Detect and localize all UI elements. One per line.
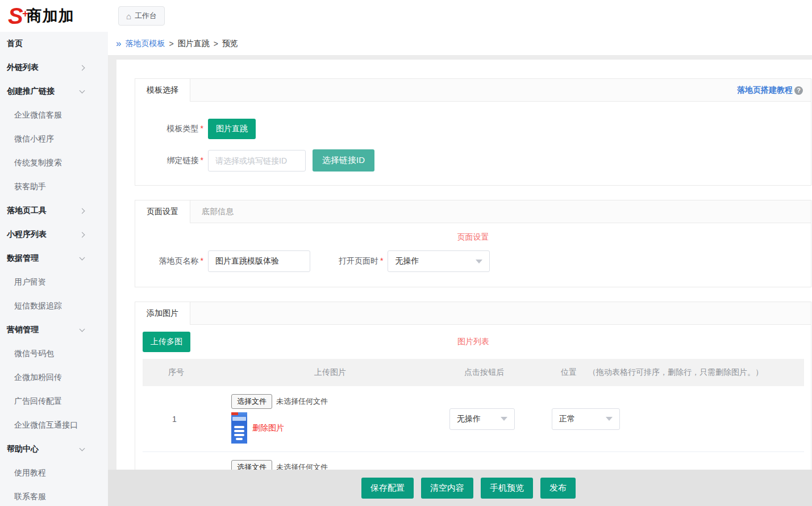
choose-file-button[interactable]: 选择文件 bbox=[231, 394, 272, 409]
mobile-preview-button[interactable]: 手机预览 bbox=[481, 478, 533, 499]
sidebar-item-label: 联系客服 bbox=[14, 492, 46, 502]
delete-image-link[interactable]: 删除图片 bbox=[252, 423, 284, 433]
sidebar-item-tutorial[interactable]: 使用教程 bbox=[0, 461, 108, 485]
tab-template-select[interactable]: 模板选择 bbox=[135, 79, 190, 102]
page-settings-section-title: 页面设置 bbox=[135, 232, 811, 242]
required-asterisk: * bbox=[201, 256, 203, 265]
landing-name-input[interactable] bbox=[208, 250, 310, 272]
page-settings-card: 页面设置 底部信息 页面设置 落地页名称* 打开页面时* 无操作 bbox=[135, 200, 811, 287]
top-bar: S+ 商加加 ⌂ 工作台 bbox=[0, 0, 812, 32]
template-type-button[interactable]: 图片直跳 bbox=[208, 119, 256, 139]
sidebar-item-wecom-fan-callback[interactable]: 企微加粉回传 bbox=[0, 366, 108, 390]
breadcrumb-root-link[interactable]: 落地页模板 bbox=[125, 39, 165, 49]
sidebar-item-marketing[interactable]: 营销管理 bbox=[0, 318, 108, 342]
logo-s-icon: S+ bbox=[8, 5, 23, 27]
sidebar-item-wecom-service[interactable]: 企业微信客服 bbox=[0, 103, 108, 127]
action-footer: 保存配置 清空内容 手机预览 发布 bbox=[108, 470, 812, 506]
chevron-right-icon bbox=[80, 208, 85, 214]
chevron-down-icon bbox=[80, 327, 85, 332]
file-status-text: 未选择任何文件 bbox=[276, 396, 328, 407]
choose-link-id-button[interactable]: 选择链接ID bbox=[313, 149, 374, 172]
sidebar-item-data-management[interactable]: 数据管理 bbox=[0, 246, 108, 270]
sidebar-item-external-links[interactable]: 外链列表 bbox=[0, 56, 108, 80]
col-header-position: 位置 （拖动表格行可排序，删除行，只需删除图片。） bbox=[546, 367, 804, 378]
tab-page-settings[interactable]: 页面设置 bbox=[135, 200, 190, 223]
open-page-label: 打开页面时* bbox=[339, 256, 383, 266]
caret-down-icon bbox=[606, 417, 613, 421]
sidebar-item-home[interactable]: 首页 bbox=[0, 32, 108, 56]
template-card-tabs: 模板选择 bbox=[135, 79, 811, 102]
sidebar-item-user-leads[interactable]: 用户留资 bbox=[0, 270, 108, 294]
sidebar-item-landing-tools[interactable]: 落地页工具 bbox=[0, 199, 108, 223]
image-list-title: 图片列表 bbox=[143, 337, 804, 347]
sidebar-item-copy-search[interactable]: 传统复制搜索 bbox=[0, 151, 108, 175]
sidebar-item-customer-assistant[interactable]: 获客助手 bbox=[0, 175, 108, 199]
sidebar-item-label: 营销管理 bbox=[7, 325, 39, 335]
image-table-header: 序号 上传图片 点击按钮后 位置 （拖动表格行可排序，删除行，只需删除图片。） bbox=[143, 359, 804, 386]
add-images-tabs: 添加图片 bbox=[135, 302, 811, 325]
save-config-button[interactable]: 保存配置 bbox=[361, 478, 414, 499]
sidebar-item-ad-callback-config[interactable]: 广告回传配置 bbox=[0, 390, 108, 413]
sidebar-item-label: 传统复制搜索 bbox=[14, 158, 62, 168]
sidebar-item-create-promo-link[interactable]: 创建推广链接 bbox=[0, 80, 108, 103]
workbench-button[interactable]: ⌂ 工作台 bbox=[118, 6, 165, 26]
sidebar-item-help-center[interactable]: 帮助中心 bbox=[0, 437, 108, 461]
chevron-right-icon bbox=[80, 65, 85, 70]
page-panel: 模板选择 落地页搭建教程 ? 模板类型* 图片直跳 bbox=[116, 60, 812, 506]
col-header-index: 序号 bbox=[143, 367, 216, 378]
open-page-select-value: 无操作 bbox=[395, 256, 419, 266]
sidebar-item-sms-tracking[interactable]: 短信数据追踪 bbox=[0, 294, 108, 318]
bind-link-input[interactable] bbox=[208, 150, 306, 172]
sidebar-item-miniprogram-list[interactable]: 小程序列表 bbox=[0, 223, 108, 246]
tab-footer-info[interactable]: 底部信息 bbox=[190, 200, 245, 223]
landing-name-label: 落地页名称* bbox=[135, 256, 203, 266]
breadcrumb-arrows-icon: » bbox=[116, 40, 121, 48]
breadcrumb: » 落地页模板 > 图片直跳 > 预览 bbox=[108, 32, 812, 55]
row-position-cell: 正常 bbox=[546, 408, 804, 430]
chevron-right-icon bbox=[80, 232, 85, 237]
home-icon: ⌂ bbox=[126, 12, 131, 20]
landing-tutorial-link[interactable]: 落地页搭建教程 ? bbox=[737, 85, 803, 95]
open-page-select[interactable]: 无操作 bbox=[388, 250, 490, 272]
publish-button[interactable]: 发布 bbox=[540, 478, 576, 499]
sidebar-item-contact-service[interactable]: 联系客服 bbox=[0, 485, 108, 506]
row-image-cell: 选择文件 未选择任何文件 删除图片 bbox=[216, 394, 444, 444]
upload-multi-button[interactable]: 上传多图 bbox=[143, 332, 190, 352]
sidebar-item-label: 微信号码包 bbox=[14, 349, 54, 359]
sidebar: 首页 外链列表 创建推广链接 企业微信客服 微信小程序 传统复制搜索 获客助手 … bbox=[0, 32, 108, 506]
sidebar-item-wecom-interop[interactable]: 企业微信互通接口 bbox=[0, 413, 108, 437]
sidebar-item-wechat-number-pack[interactable]: 微信号码包 bbox=[0, 342, 108, 366]
template-type-label: 模板类型* bbox=[135, 124, 203, 134]
required-asterisk: * bbox=[201, 156, 203, 165]
sidebar-item-label: 首页 bbox=[7, 39, 23, 49]
click-action-select[interactable]: 无操作 bbox=[449, 408, 515, 430]
sidebar-item-label: 微信小程序 bbox=[14, 134, 54, 144]
sidebar-item-label: 企微加粉回传 bbox=[14, 373, 62, 383]
sidebar-item-label: 短信数据追踪 bbox=[14, 301, 62, 311]
sidebar-item-label: 获客助手 bbox=[14, 182, 46, 192]
sidebar-item-label: 使用教程 bbox=[14, 468, 46, 478]
chevron-down-icon bbox=[80, 255, 85, 261]
workbench-label: 工作台 bbox=[135, 11, 157, 21]
table-row: 1 选择文件 未选择任何文件 bbox=[143, 386, 804, 452]
caret-down-icon bbox=[501, 417, 507, 421]
sidebar-item-wechat-miniprogram[interactable]: 微信小程序 bbox=[0, 127, 108, 151]
sidebar-item-label: 落地页工具 bbox=[7, 206, 47, 216]
clear-content-button[interactable]: 清空内容 bbox=[421, 478, 473, 499]
col-header-action: 点击按钮后 bbox=[444, 367, 546, 378]
row-action-cell: 无操作 bbox=[444, 408, 546, 430]
breadcrumb-level1: 图片直跳 bbox=[178, 39, 210, 49]
tab-add-images[interactable]: 添加图片 bbox=[135, 302, 190, 325]
help-question-icon: ? bbox=[794, 86, 803, 95]
position-select[interactable]: 正常 bbox=[552, 408, 620, 430]
logo-plus-icon: + bbox=[22, 2, 28, 25]
breadcrumb-separator: > bbox=[169, 39, 173, 48]
main-content: » 落地页模板 > 图片直跳 > 预览 模板选择 落地页搭建教程 ? bbox=[108, 32, 812, 506]
chevron-down-icon bbox=[80, 88, 85, 94]
page-settings-tabs: 页面设置 底部信息 bbox=[135, 200, 811, 223]
sidebar-item-label: 企业微信互通接口 bbox=[14, 420, 78, 430]
required-asterisk: * bbox=[380, 256, 383, 265]
sidebar-item-label: 创建推广链接 bbox=[7, 86, 55, 97]
required-asterisk: * bbox=[201, 124, 203, 133]
tutorial-link-label: 落地页搭建教程 bbox=[737, 85, 793, 95]
